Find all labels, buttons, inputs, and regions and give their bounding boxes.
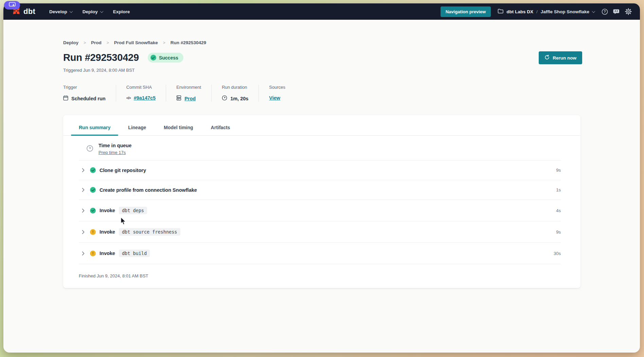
tab-bar: Run summary Lineage Model timing Artifac… <box>63 115 580 136</box>
step-command: dbt source freshness <box>119 228 180 236</box>
time-in-queue-row: Time in queue Prep time 17s <box>79 136 561 160</box>
run-metadata: Trigger Scheduled run Commit SH <box>63 85 640 102</box>
step-duration: 4s <box>556 208 561 213</box>
status-badge: Success <box>148 53 183 63</box>
tab-artifacts[interactable]: Artifacts <box>211 120 230 135</box>
rerun-now-label: Rerun now <box>553 55 576 61</box>
meta-label: Environment <box>176 85 201 90</box>
folder-icon <box>498 8 503 15</box>
success-check-icon <box>150 55 156 61</box>
browser-tab-pill[interactable] <box>4 1 20 10</box>
step-duration: 30s <box>554 251 561 256</box>
environment-link[interactable]: Prod <box>184 96 196 101</box>
navigation-preview-button[interactable]: Navigation preview <box>441 6 491 17</box>
queue-clock-icon <box>86 145 93 153</box>
step-duration: 9s <box>556 168 561 173</box>
step-command: dbt deps <box>119 207 147 214</box>
dbt-logo-text: dbt <box>23 7 35 16</box>
meta-trigger: Trigger Scheduled run <box>63 85 116 102</box>
nav-menu-explore[interactable]: Explore <box>108 6 135 17</box>
chevron-right-icon[interactable] <box>79 188 87 192</box>
sources-view-link[interactable]: View <box>269 95 280 101</box>
chevron-down-icon <box>592 10 595 13</box>
meta-environment: Environment Prod <box>176 85 212 102</box>
success-check-icon <box>90 167 96 173</box>
breadcrumb-prod[interactable]: Prod <box>91 40 102 45</box>
commit-sha-link[interactable]: #9a147c5 <box>134 95 156 101</box>
chevron-right-icon[interactable] <box>79 168 87 172</box>
breadcrumb-separator: > <box>107 40 109 45</box>
meta-label: Commit SHA <box>126 85 156 90</box>
top-navbar: dbt Develop Deploy Explore Navigation pr… <box>3 3 640 20</box>
step-row-clone-git[interactable]: Clone git repository 9s <box>79 160 561 180</box>
tab-lineage[interactable]: Lineage <box>128 120 146 135</box>
meta-label: Run duration <box>222 85 248 90</box>
run-detail-page: Deploy > Prod > Prod Full Snowflake > Ru… <box>3 20 640 288</box>
project-name: Jaffle Shop Snowflake <box>541 9 589 14</box>
nav-menu-explore-label: Explore <box>113 9 130 14</box>
step-row-dbt-build[interactable]: ! Invoke dbt build 30s <box>79 243 561 264</box>
finished-timestamp: Finished Jun 9, 2024, 8:01 AM BST <box>79 273 565 278</box>
breadcrumb-run[interactable]: Run #292530429 <box>171 40 206 45</box>
nav-menu-deploy[interactable]: Deploy <box>77 6 108 17</box>
triggered-timestamp: Triggered Jun 9, 2024, 8:00 AM BST <box>63 68 640 73</box>
page-title: Run #292530429 <box>63 52 139 63</box>
refresh-icon <box>544 55 550 61</box>
step-duration: 9s <box>556 230 561 235</box>
trigger-value: Scheduled run <box>71 96 106 101</box>
feedback-icon[interactable] <box>613 8 620 15</box>
tab-model-timing[interactable]: Model timing <box>164 120 193 135</box>
prep-time-link[interactable]: Prep time 17s <box>99 150 131 155</box>
step-row-dbt-deps[interactable]: Invoke dbt deps 4s <box>79 200 561 221</box>
breadcrumb: Deploy > Prod > Prod Full Snowflake > Ru… <box>63 40 640 45</box>
account-name: dbt Labs DX <box>506 9 533 14</box>
run-duration-value: 1m, 20s <box>230 96 248 101</box>
meta-label: Trigger <box>63 85 106 90</box>
meta-run-duration: Run duration 1m, 20s <box>222 85 259 102</box>
help-icon[interactable]: ? <box>602 8 608 15</box>
step-name: Clone git repository <box>100 168 146 173</box>
account-project-selector[interactable]: dbt Labs DX / Jaffle Shop Snowflake <box>498 8 595 15</box>
chevron-down-icon <box>69 10 73 13</box>
step-name: Create profile from connection Snowflake <box>100 187 197 193</box>
code-icon: </> <box>126 96 131 100</box>
navbar-right: Navigation preview dbt Labs DX / Jaffle … <box>441 6 632 17</box>
clock-icon <box>222 95 227 102</box>
navbar-icons: ? <box>602 8 632 15</box>
app-window: dbt Develop Deploy Explore Navigation pr… <box>3 3 640 353</box>
breadcrumb-slash: / <box>536 9 538 14</box>
run-header: Run #292530429 Success Rerun now <box>63 52 582 63</box>
step-row-create-profile[interactable]: Create profile from connection Snowflake… <box>79 180 561 200</box>
nav-menu-deploy-label: Deploy <box>83 9 98 14</box>
breadcrumb-job[interactable]: Prod Full Snowflake <box>114 40 158 45</box>
queue-title: Time in queue <box>99 143 131 148</box>
breadcrumb-separator: > <box>84 40 86 45</box>
nav-menu-develop[interactable]: Develop <box>44 6 77 17</box>
meta-label: Sources <box>269 85 285 90</box>
status-badge-label: Success <box>159 55 178 61</box>
warning-icon: ! <box>90 229 96 235</box>
meta-sources: Sources View <box>269 85 296 102</box>
chevron-right-icon[interactable] <box>79 251 87 256</box>
screen-share-icon <box>9 2 16 8</box>
tab-run-summary[interactable]: Run summary <box>79 120 110 135</box>
breadcrumb-separator: > <box>163 40 165 45</box>
rerun-now-button[interactable]: Rerun now <box>539 51 582 64</box>
chevron-right-icon[interactable] <box>79 208 87 213</box>
breadcrumb-deploy[interactable]: Deploy <box>63 40 78 45</box>
success-check-icon <box>90 187 96 193</box>
step-row-source-freshness[interactable]: ! Invoke dbt source freshness 9s <box>79 221 561 243</box>
step-command: dbt build <box>119 250 150 257</box>
success-check-icon <box>90 208 96 214</box>
chevron-down-icon <box>100 10 103 13</box>
database-icon <box>176 95 181 102</box>
chevron-right-icon[interactable] <box>79 230 87 234</box>
warning-icon: ! <box>90 251 96 256</box>
settings-gear-icon[interactable] <box>625 8 632 15</box>
calendar-icon <box>63 95 68 102</box>
meta-commit-sha: Commit SHA </> #9a147c5 <box>126 85 166 102</box>
nav-menu-develop-label: Develop <box>49 9 67 14</box>
step-name: Invoke <box>100 229 115 235</box>
run-summary-card: Run summary Lineage Model timing Artifac… <box>63 115 580 288</box>
svg-text:?: ? <box>604 10 606 14</box>
